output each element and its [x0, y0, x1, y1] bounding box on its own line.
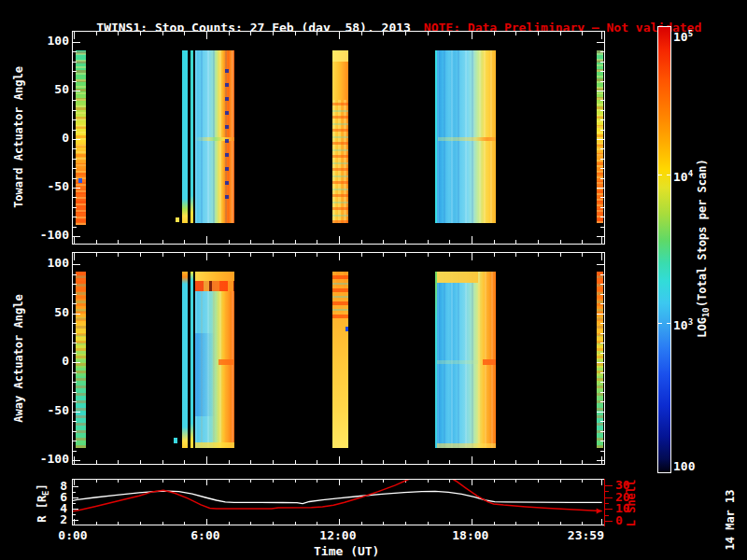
x-minor-tick	[273, 240, 274, 244]
x-major-tick	[206, 32, 207, 39]
spectrogram-data-block	[174, 438, 177, 443]
x-minor-tick	[449, 460, 450, 464]
y-minor-tick	[73, 159, 77, 160]
y-minor-tick	[73, 148, 77, 149]
y-minor-tick	[73, 421, 77, 422]
spectrogram-data-block	[76, 272, 86, 448]
angle-tick-label: -50	[34, 180, 69, 193]
x-major-tick	[472, 456, 472, 464]
lshell-minor-tick	[605, 503, 609, 504]
x-minor-tick	[538, 32, 539, 35]
x-major-tick	[74, 253, 75, 260]
x-minor-tick	[361, 460, 362, 464]
angle-tick-label: 50	[34, 83, 69, 96]
x-major-tick	[206, 236, 207, 244]
colorbar-tick	[658, 175, 662, 175]
x-minor-tick	[118, 460, 119, 464]
x-minor-tick	[449, 32, 450, 35]
y-minor-tick	[73, 62, 77, 63]
x-minor-tick	[494, 32, 495, 35]
x-minor-tick	[515, 460, 516, 464]
x-minor-tick	[383, 460, 384, 464]
time-tick-label: 18:00	[444, 529, 497, 542]
y-minor-tick	[73, 274, 77, 275]
x-minor-tick	[560, 32, 561, 35]
y-minor-tick	[600, 284, 604, 285]
x-major-tick	[601, 32, 602, 39]
x-minor-tick	[96, 460, 97, 464]
y-minor-tick	[73, 178, 77, 179]
x-minor-tick	[317, 460, 317, 464]
x-minor-tick	[405, 240, 406, 244]
lshell-line-end-arrow	[597, 509, 602, 514]
x-minor-tick	[494, 253, 495, 257]
colorbar-tick	[658, 323, 662, 324]
y-major-tick	[73, 236, 80, 237]
y-minor-tick	[73, 382, 77, 383]
y-major-tick	[597, 236, 604, 237]
x-major-tick	[601, 236, 602, 244]
y-minor-tick	[600, 168, 604, 169]
y-minor-tick	[73, 323, 77, 324]
y-minor-tick	[73, 441, 77, 441]
x-minor-tick	[184, 32, 185, 35]
y-minor-tick	[600, 421, 604, 422]
y-minor-tick	[600, 217, 604, 217]
x-minor-tick	[96, 32, 97, 35]
x-minor-tick	[162, 460, 163, 464]
x-minor-tick	[582, 253, 583, 257]
y-major-tick	[73, 412, 80, 413]
y-minor-tick	[600, 303, 604, 304]
y-major-tick	[597, 362, 604, 363]
y-minor-tick	[600, 392, 604, 393]
spectrogram-data-block	[437, 360, 478, 363]
x-minor-tick	[295, 460, 296, 464]
y-minor-tick	[600, 100, 604, 101]
y-minor-tick	[73, 51, 77, 52]
angle-tick-label: 0	[34, 132, 69, 145]
y-major-tick	[597, 188, 604, 189]
x-minor-tick	[405, 460, 406, 464]
y-minor-tick	[600, 119, 604, 120]
y-minor-tick	[600, 323, 604, 324]
away-spectrogram-panel	[72, 252, 605, 465]
y-minor-tick	[600, 382, 604, 383]
time-axis-label: Time (UT)	[314, 545, 366, 558]
y-minor-tick	[73, 294, 77, 295]
x-minor-tick	[361, 240, 362, 244]
x-minor-tick	[140, 460, 141, 464]
y-minor-tick	[600, 178, 604, 179]
spectrogram-data-block	[437, 443, 496, 448]
spectrogram-data-block	[190, 50, 193, 223]
y-minor-tick	[600, 401, 604, 402]
spectrogram-data-block	[195, 333, 215, 416]
angle-tick-label: -100	[34, 229, 69, 242]
y-minor-tick	[600, 451, 604, 452]
x-minor-tick	[449, 240, 450, 244]
lshell-major-tick	[605, 497, 613, 498]
x-minor-tick	[96, 240, 97, 244]
y-minor-tick	[73, 392, 77, 393]
x-minor-tick	[361, 32, 362, 35]
x-minor-tick	[317, 253, 317, 257]
x-minor-tick	[582, 240, 583, 244]
spectrogram-data-block	[195, 272, 233, 280]
x-minor-tick	[383, 240, 384, 244]
x-minor-tick	[162, 32, 163, 35]
x-minor-tick	[494, 460, 495, 464]
away-axis-label: Away Actuator Angle	[12, 294, 25, 422]
spectrogram-data-block	[76, 50, 86, 224]
y-minor-tick	[600, 294, 604, 295]
x-minor-tick	[361, 253, 362, 257]
y-minor-tick	[73, 372, 77, 373]
angle-tick-label: 0	[34, 355, 69, 368]
x-major-tick	[339, 32, 340, 39]
lshell-major-tick	[605, 509, 613, 510]
x-minor-tick	[538, 460, 539, 464]
y-minor-tick	[73, 227, 77, 228]
x-minor-tick	[273, 253, 274, 257]
y-minor-tick	[600, 353, 604, 354]
x-minor-tick	[96, 253, 97, 257]
x-minor-tick	[560, 460, 561, 464]
y-minor-tick	[600, 227, 604, 228]
